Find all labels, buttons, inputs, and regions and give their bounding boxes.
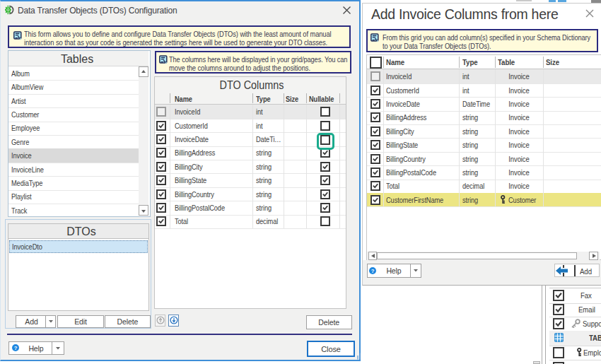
svg-text:?: ? (14, 345, 18, 351)
svg-text:?: ? (371, 267, 375, 274)
